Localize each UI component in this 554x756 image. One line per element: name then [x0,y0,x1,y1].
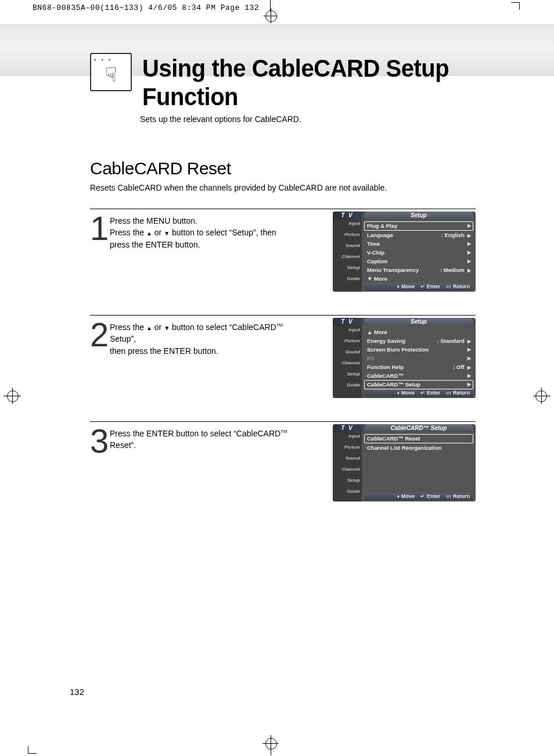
return-icon: ▭ [446,390,451,396]
right-arrow-icon: ▶ [467,242,471,246]
crop-mark [511,2,520,10]
text: or [152,228,164,237]
text: press the ENTER button. [110,240,200,249]
osd-tv-label: T V [333,212,362,220]
osd-main: Plug & Play▶ Language: English ▶ Time▶ V… [362,220,476,292]
step-instructions: Press the ENTER button to select “CableC… [110,427,313,452]
enter-icon: ↵ [420,284,425,289]
page-title: Using the CableCARD Setup Function [142,54,452,111]
osd-row: CableCARD™ Reset [364,434,473,443]
enter-icon: ↵ [420,390,425,396]
right-arrow-icon: ▶ [467,259,471,264]
right-arrow-icon: ▶ [467,374,471,378]
osd-row: CableCARD™ Setup▶ [364,380,473,389]
step-3: 3 Press the ENTER button to select “Cabl… [90,421,476,514]
osd-footer: ♦Move ↵Enter ▭Return [364,283,473,291]
page-subtitle: Sets up the relevant options for CableCA… [140,114,476,124]
osd-row: Caption▶ [364,257,473,266]
osd-side-item: Setup [333,370,362,381]
osd-side-item: Picture [333,231,362,242]
osd-row: CableCARD™▶ [364,371,473,380]
right-arrow-icon: ▶ [467,224,471,228]
osd-row: Language: English ▶ [364,231,473,239]
right-arrow-icon: ▶ [467,365,471,370]
osd-side-item: Picture [333,443,362,454]
osd-row: Screen Burn Protection▶ [364,345,473,354]
right-arrow-icon: ▶ [467,339,471,344]
right-arrow-icon: ▶ [467,382,471,387]
up-triangle-icon: ▲ [146,230,152,237]
step-instructions: Press the ▲ or ▼ button to select “Cable… [110,320,313,357]
osd-side-item: Input [333,220,362,231]
step-number: 3 [90,427,110,455]
text: then press the ENTER button. [110,346,218,356]
step-number: 2 [90,320,110,349]
osd-side-item: Guide [333,381,362,392]
osd-main: CableCARD™ Reset Channel List Reorganiza… [362,432,476,501]
crop-mark [271,8,271,23]
updown-icon: ♦ [397,494,400,499]
osd-row: Function Help: Off ▶ [364,363,473,371]
section-title: CableCARD Reset [90,159,476,178]
up-triangle-icon: ▲ [146,325,152,331]
osd-sidebar: Input Picture Sound Channel Setup Guide [333,326,362,398]
text: Press the [110,228,146,237]
osd-row: V-Chip▶ [364,248,473,257]
crop-mark [265,10,277,22]
osd-title: Setup [364,212,473,220]
updown-icon: ♦ [397,284,400,289]
text: Reset”. [110,440,136,450]
osd-row: Channel List Reorganization [364,443,473,452]
osd-row: Time▶ [364,239,473,248]
osd-screenshot-3: T V CableCARD™ Setup Input Picture Sound… [333,424,476,501]
right-arrow-icon: ▶ [467,356,471,361]
section-description: Resets CableCARD when the channels provi… [90,183,476,192]
print-job-header: BN68-00835A-00(116~133) 4/6/05 8:34 PM P… [0,0,554,12]
text: Setup”, [110,334,136,343]
right-arrow-icon: ▶ [467,347,471,352]
osd-title: CableCARD™ Setup [364,424,473,432]
osd-side-item: Sound [333,242,362,253]
osd-side-item: Input [333,432,362,443]
osd-side-item: Sound [333,348,362,359]
osd-row: PC▶ [364,354,473,363]
right-arrow-icon: ▶ [467,268,471,273]
osd-footer: ♦Move ↵Enter ▭Return [364,493,473,500]
step-number: 1 [90,214,110,242]
osd-sidebar: Input Picture Sound Channel Setup Guide [333,220,362,292]
text: button to select “CableCARD [170,323,276,332]
osd-screenshot-2: T V Setup Input Picture Sound Channel Se… [333,318,476,398]
osd-main: ▲ More Energy Saving: Standard ▶ Screen … [362,326,476,398]
osd-row: Plug & Play▶ [364,221,473,231]
text: Press the MENU button. [110,216,197,225]
osd-row: ▲ More [364,328,473,336]
section-icon: ▪ ▪ ▪ ☟ [90,53,132,91]
osd-row: Menu Transparency: Medium ▶ [364,266,473,274]
text: button to select “Setup”, then [170,228,276,237]
text: Press the ENTER button to select “CableC… [110,429,280,438]
osd-tv-label: T V [333,424,362,432]
osd-side-item: Sound [333,454,362,465]
osd-screenshot-1: T V Setup Input Picture Sound Channel Se… [333,212,476,292]
osd-sidebar: Input Picture Sound Channel Setup Guide [333,432,362,501]
osd-side-item: Channel [333,253,362,264]
return-icon: ▭ [446,494,451,499]
osd-side-item: Guide [333,275,362,286]
text: Press the [110,323,146,332]
down-triangle-icon: ▼ [164,325,170,331]
step-instructions: Press the MENU button. Press the ▲ or ▼ … [110,214,313,250]
enter-icon: ↵ [420,494,425,499]
updown-icon: ♦ [397,390,400,396]
right-arrow-icon: ▶ [467,233,471,238]
step-1: 1 Press the MENU button. Press the ▲ or … [90,209,476,301]
return-icon: ▭ [446,284,451,289]
osd-title: Setup [364,318,473,326]
right-arrow-icon: ▶ [467,250,471,255]
osd-side-item: Guide [333,488,362,499]
osd-footer: ♦Move ↵Enter ▭Return [364,389,473,397]
osd-side-item: Setup [333,264,362,275]
text: or [152,323,164,332]
down-triangle-icon: ▼ [164,230,170,237]
osd-side-item: Picture [333,337,362,348]
osd-tv-label: T V [333,318,362,326]
